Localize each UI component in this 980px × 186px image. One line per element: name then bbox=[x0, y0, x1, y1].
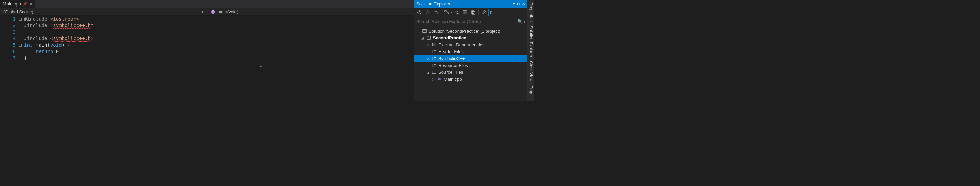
code-line[interactable]: } bbox=[24, 55, 414, 61]
side-tab-properties[interactable]: Properties bbox=[527, 1, 534, 24]
scope-dropdown-right[interactable]: main(void) bbox=[207, 9, 414, 14]
tree-source-files[interactable]: ◢ Source Files bbox=[414, 69, 527, 76]
show-all-button[interactable] bbox=[469, 9, 477, 16]
home-button[interactable] bbox=[432, 9, 440, 16]
back-button[interactable] bbox=[415, 9, 423, 16]
refresh-button[interactable] bbox=[461, 9, 469, 16]
fold-column: − − bbox=[19, 16, 23, 101]
code-line[interactable] bbox=[24, 29, 414, 35]
svg-rect-7 bbox=[472, 11, 475, 14]
panel-menu-icon[interactable]: ▾ bbox=[513, 2, 515, 6]
fold-toggle-icon[interactable]: − bbox=[19, 17, 22, 20]
pin-icon[interactable]: 📌 bbox=[23, 2, 27, 6]
panel-close-icon[interactable]: ✕ bbox=[522, 2, 525, 6]
side-tab-prop[interactable]: Prop bbox=[527, 84, 534, 96]
sync-button[interactable] bbox=[453, 9, 461, 16]
code-line[interactable]: return 0; bbox=[24, 48, 414, 55]
code-line[interactable]: #include "symbolicc++.h" bbox=[24, 22, 414, 29]
navigation-bar: (Global Scope) ▾ main(void) bbox=[0, 8, 414, 16]
tree-symbolic-cpp[interactable]: ▷ SymbolicC++ bbox=[414, 55, 527, 62]
tree-main-cpp[interactable]: ▷ Main.cpp bbox=[414, 76, 527, 82]
right-side-tab-strip: Properties Solution Explorer Class View … bbox=[527, 0, 534, 101]
text-cursor-icon: I bbox=[260, 61, 262, 68]
code-line[interactable]: #include <iostream> bbox=[24, 16, 414, 22]
expand-toggle-icon[interactable]: ▷ bbox=[431, 77, 436, 81]
svg-rect-14 bbox=[428, 38, 430, 38]
side-tab-class-view[interactable]: Class View bbox=[527, 59, 534, 84]
tab-bar: Main.cpp 📌 ✕ bbox=[0, 0, 414, 8]
preview-button[interactable] bbox=[488, 9, 496, 16]
scope-dropdown-left[interactable]: (Global Scope) ▾ bbox=[0, 9, 207, 14]
chevron-down-icon[interactable]: ▾ bbox=[451, 11, 452, 14]
code-content[interactable]: #include <iostream>#include "symbolicc++… bbox=[23, 16, 414, 101]
line-number: 7 bbox=[0, 55, 16, 61]
tab-main-cpp[interactable]: Main.cpp 📌 ✕ bbox=[0, 0, 36, 8]
search-input[interactable] bbox=[416, 19, 516, 24]
search-icon[interactable]: 🔍 bbox=[517, 19, 523, 24]
tree-header-files[interactable]: Header Files bbox=[414, 48, 527, 55]
tree-label: External Dependencies bbox=[438, 42, 484, 47]
tree-solution-root[interactable]: Solution 'SecondPractice' (1 project) bbox=[414, 27, 527, 34]
panel-title-label: Solution Explorer bbox=[416, 2, 450, 6]
line-number: 5 bbox=[0, 42, 16, 48]
expand-toggle-icon[interactable]: ▷ bbox=[426, 57, 430, 60]
tree-resource-files[interactable]: Resource Files bbox=[414, 62, 527, 69]
expand-toggle-icon[interactable]: ◢ bbox=[420, 36, 425, 40]
code-line[interactable]: int main(void) { bbox=[24, 42, 414, 48]
svg-rect-13 bbox=[428, 37, 429, 38]
expand-toggle-icon[interactable]: ◢ bbox=[426, 70, 430, 74]
solution-explorer-toolbar: ▾ bbox=[414, 8, 527, 17]
tab-label: Main.cpp bbox=[3, 2, 21, 6]
scope-right-label: main(void) bbox=[218, 9, 239, 14]
folder-icon bbox=[431, 56, 437, 61]
line-number: 1 bbox=[0, 16, 16, 22]
code-editor[interactable]: 1 2 3 4 5 6 7 − − #include <iostream>#in… bbox=[0, 16, 414, 101]
solution-icon bbox=[422, 28, 427, 33]
references-icon bbox=[431, 42, 437, 47]
code-line[interactable]: #include <symbolicc++.h> bbox=[24, 35, 414, 42]
cpp-file-icon bbox=[437, 77, 442, 81]
tree-label: Source Files bbox=[438, 70, 463, 75]
svg-rect-11 bbox=[423, 30, 426, 30]
fold-toggle-icon[interactable]: − bbox=[19, 44, 22, 47]
expand-toggle-icon[interactable]: ▷ bbox=[426, 43, 430, 47]
tree-project[interactable]: ◢ SecondPractice bbox=[414, 34, 527, 41]
svg-rect-2 bbox=[445, 10, 446, 12]
editor-area: Main.cpp 📌 ✕ (Global Scope) ▾ main(void)… bbox=[0, 0, 414, 101]
panel-titlebar[interactable]: Solution Explorer ▾ ⊓ ✕ bbox=[414, 0, 527, 8]
svg-rect-16 bbox=[438, 78, 439, 80]
svg-rect-6 bbox=[472, 10, 474, 13]
line-number: 4 bbox=[0, 35, 16, 42]
tree-label: Solution 'SecondPractice' (1 project) bbox=[429, 28, 501, 34]
scope-button[interactable] bbox=[443, 9, 450, 16]
forward-button[interactable] bbox=[424, 9, 431, 16]
line-number: 6 bbox=[0, 48, 16, 55]
properties-button[interactable] bbox=[480, 9, 488, 16]
line-number-gutter: 1 2 3 4 5 6 7 bbox=[0, 16, 19, 101]
tree-label: Resource Files bbox=[438, 63, 468, 68]
svg-point-1 bbox=[426, 10, 430, 14]
folder-icon bbox=[431, 70, 437, 74]
tree-label: Header Files bbox=[438, 49, 464, 54]
close-icon[interactable]: ✕ bbox=[29, 2, 33, 6]
solution-explorer-panel: Solution Explorer ▾ ⊓ ✕ ▾ bbox=[414, 0, 527, 101]
tree-label: SymbolicC++ bbox=[438, 56, 465, 61]
folder-icon bbox=[431, 63, 437, 68]
scope-left-label: (Global Scope) bbox=[3, 9, 33, 14]
svg-rect-9 bbox=[491, 11, 493, 13]
tree-label: Main.cpp bbox=[444, 77, 462, 82]
chevron-down-icon[interactable]: ▾ bbox=[523, 20, 525, 23]
solution-tree[interactable]: Solution 'SecondPractice' (1 project) ◢ … bbox=[414, 26, 527, 101]
tree-label: SecondPractice bbox=[433, 35, 466, 41]
svg-rect-17 bbox=[439, 78, 441, 80]
solution-search-row: 🔍 ▾ bbox=[414, 17, 527, 26]
folder-icon bbox=[431, 49, 437, 54]
side-tab-solution-explorer[interactable]: Solution Explorer bbox=[527, 24, 534, 59]
tree-external-dependencies[interactable]: ▷ External Dependencies bbox=[414, 41, 527, 48]
panel-pin-icon[interactable]: ⊓ bbox=[517, 2, 520, 6]
chevron-down-icon: ▾ bbox=[202, 10, 204, 14]
svg-rect-5 bbox=[465, 10, 467, 14]
svg-rect-3 bbox=[447, 13, 448, 14]
svg-point-0 bbox=[418, 10, 422, 14]
svg-rect-4 bbox=[463, 10, 465, 14]
